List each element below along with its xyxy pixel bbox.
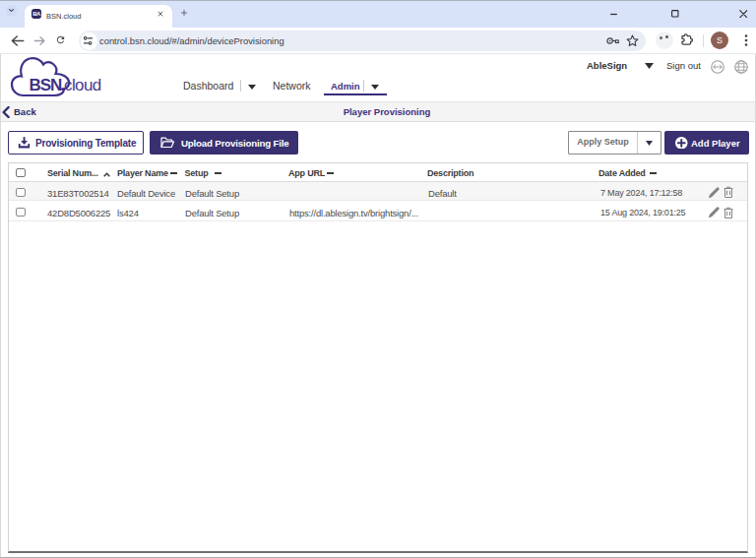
svg-text:cloud: cloud (64, 76, 101, 94)
svg-text:BSN.: BSN. (30, 76, 66, 94)
